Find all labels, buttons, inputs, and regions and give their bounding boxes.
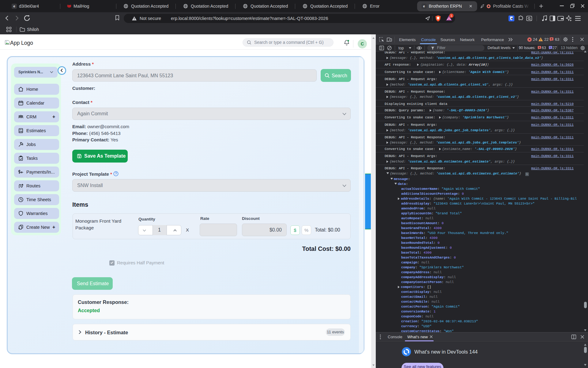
svg-text:?: ? [115,172,117,175]
